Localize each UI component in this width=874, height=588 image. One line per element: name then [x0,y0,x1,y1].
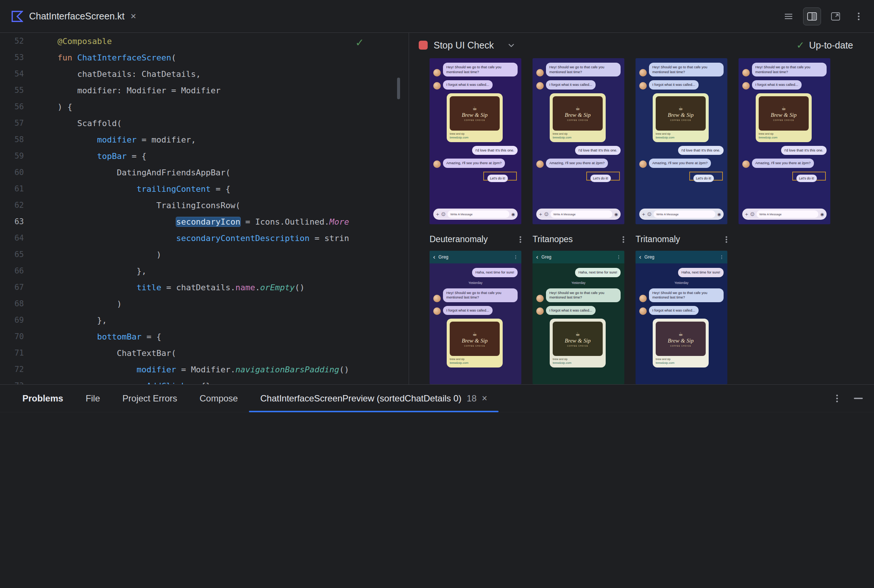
line-number: 67 [0,283,24,292]
message-input-bar[interactable]: +☺Write A Message◉ [639,208,724,220]
link-preview-card: ☕Brew & SipCOFFEE CHOICEbrew and sipbrew… [756,93,812,142]
tab-compose[interactable]: Compose [188,385,249,412]
chat-bubble: I forgot what it was called... [649,80,698,90]
message-input[interactable]: Write A Message [448,210,510,218]
close-icon[interactable]: × [131,10,136,22]
message-input-bar[interactable]: +☺Write A Message◉ [433,208,518,220]
add-icon[interactable]: + [539,212,542,217]
card-title: Brew & Sip [565,338,590,344]
card-link: brew&sip.com [656,136,706,139]
code-line: 53fun ChatInterfaceScreen( [0,49,406,66]
avatar [536,82,544,90]
avatar [639,308,647,315]
more-vertical-icon[interactable] [622,236,624,243]
tab-label: ChatInterfaceScreenPreview (sortedChatDe… [260,393,461,404]
more-vertical-icon: ⋮ [719,255,724,260]
code-editor[interactable]: 52@Composable53fun ChatInterfaceScreen(5… [0,33,406,384]
line-number: 55 [0,86,24,95]
list-icon[interactable] [780,8,797,25]
ide-window: ChatInterfaceScreen.kt × 52@Composable53… [0,0,874,588]
chat-bubble: Let's do it! [796,175,817,183]
code-line: 54 chatDetails: ChatDetails, [0,66,406,82]
preview-phone[interactable]: ‹Greg⋮Haha, next time for sure!Yesterday… [635,251,727,384]
tab-file[interactable]: File [74,385,111,412]
coffee-cup-icon: ☕ [473,331,477,337]
minimize-icon[interactable] [854,398,863,399]
emoji-icon[interactable]: ☺ [544,212,548,217]
add-icon[interactable]: + [642,212,645,217]
avatar [639,82,647,90]
camera-icon[interactable]: ◉ [820,212,824,217]
line-number: 59 [0,152,24,160]
tab-preview-report[interactable]: ChatInterfaceScreenPreview (sortedChatDe… [249,385,498,412]
split-editor-icon[interactable] [803,8,821,26]
emoji-icon[interactable]: ☺ [750,212,754,217]
open-in-window-icon[interactable] [827,8,844,25]
tab-project-errors[interactable]: Project Errors [111,385,188,412]
more-vertical-icon[interactable] [850,8,867,25]
contact-name: Greg [439,255,511,260]
preview-phone[interactable]: ‹Greg⋮Haha, next time for sure!Yesterday… [533,251,624,384]
chat-bubble: I forgot what it was called... [546,306,596,315]
chat-bubble: Haha, next time for sure! [678,268,724,277]
code-line: 57 Scaffold( [0,115,406,131]
card-subtitle: brew and sip [656,358,706,360]
editor-tab[interactable]: ChatInterfaceScreen.kt × [0,0,147,33]
add-icon[interactable]: + [745,212,748,217]
avatar [639,160,647,168]
phone-appbar: ‹Greg⋮ [429,251,521,263]
avatar [433,82,441,90]
line-number: 66 [0,266,24,275]
ui-check-highlight: Let's do it! [483,172,517,181]
back-icon: ‹ [433,254,435,261]
chat-bubble: I'd love that! It's this one. [575,146,620,155]
avatar [433,160,441,168]
emoji-icon[interactable]: ☺ [647,212,651,217]
contact-name: Greg [644,255,716,260]
stop-icon[interactable] [419,40,428,50]
preview-phone[interactable]: Hey! Should we go to that cafe you menti… [739,58,830,224]
inspection-ok-icon[interactable]: ✓ [355,37,364,49]
chat-bubble: Amazing, I'll see you there at 2pm? [443,159,505,168]
stop-ui-check-button[interactable]: Stop UI Check [434,40,494,51]
message-input-bar[interactable]: +☺Write A Message◉ [536,208,620,220]
tab-count-badge: 18 [467,393,476,404]
preview-phone[interactable]: Hey! Should we go to that cafe you menti… [429,58,521,224]
coffee-cup-icon: ☕ [575,331,580,337]
preview-grid-bottom-row: ‹Greg⋮Haha, next time for sure!Yesterday… [429,251,727,384]
line-number: 54 [0,69,24,78]
code-line: 60 DatingAndFriendsAppBar( [0,164,406,181]
more-vertical-icon[interactable] [836,394,838,403]
tab-problems[interactable]: Problems [14,385,74,412]
avatar [433,69,441,76]
editor-tab-bar: ChatInterfaceScreen.kt × [0,0,874,33]
camera-icon[interactable]: ◉ [614,212,618,217]
camera-icon[interactable]: ◉ [717,212,721,217]
chat-bubble: I forgot what it was called... [752,80,802,90]
problems-panel: Problems File Project Errors Compose Cha… [0,384,874,588]
preview-phone[interactable]: Hey! Should we go to that cafe you menti… [635,58,727,224]
more-vertical-icon[interactable] [725,236,727,243]
kotlin-file-icon [11,10,23,22]
close-icon[interactable]: × [482,393,487,404]
more-vertical-icon[interactable] [520,236,521,243]
chat-bubble: Hey! Should we go to that cafe you menti… [546,288,620,302]
date-separator: Yesterday [639,281,724,285]
avatar [433,295,441,302]
preview-phone[interactable]: ‹Greg⋮Haha, next time for sure!Yesterday… [429,251,521,384]
message-input[interactable]: Write A Message [550,210,613,218]
add-icon[interactable]: + [436,212,439,217]
code-line: 63 secondaryIcon = Icons.Outlined.More [0,213,406,230]
message-input[interactable]: Write A Message [757,210,819,218]
preview-phone[interactable]: Hey! Should we go to that cafe you menti… [533,58,624,224]
editor-scrollbar[interactable] [397,78,400,99]
card-title: Brew & Sip [462,112,487,118]
camera-icon[interactable]: ◉ [511,212,515,217]
message-input-bar[interactable]: +☺Write A Message◉ [742,208,827,220]
card-tagline: COFFEE CHOICE [670,119,692,121]
avatar [536,308,544,315]
card-tagline: COFFEE CHOICE [464,345,485,347]
chevron-down-icon[interactable] [508,43,515,47]
message-input[interactable]: Write A Message [653,210,716,218]
emoji-icon[interactable]: ☺ [441,212,445,217]
